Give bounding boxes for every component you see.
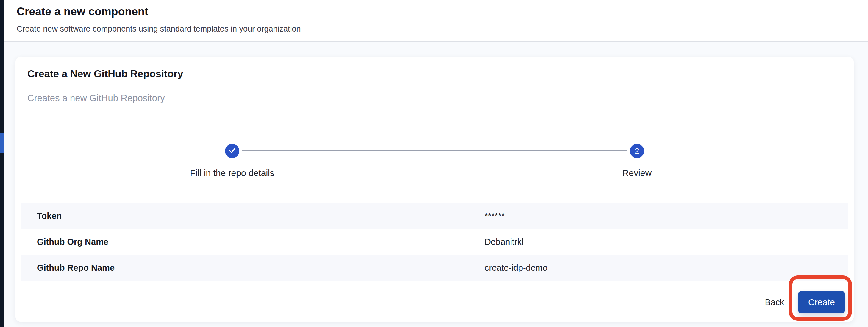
step-2-active-circle: 2 bbox=[630, 144, 644, 158]
field-value-github-org-name: Debanitrkl bbox=[485, 237, 524, 247]
table-row-github-org-name: Github Org Name Debanitrkl bbox=[22, 229, 848, 255]
step-2-number: 2 bbox=[634, 147, 639, 156]
table-row-github-repo-name: Github Repo Name create-idp-demo bbox=[22, 255, 848, 281]
field-value-github-repo-name: create-idp-demo bbox=[485, 263, 548, 273]
field-label-github-org-name: Github Org Name bbox=[22, 237, 108, 247]
review-table: Token ****** Github Org Name Debanitrkl … bbox=[22, 203, 848, 281]
template-description: Creates a new GitHub Repository bbox=[27, 93, 165, 103]
field-label-token: Token bbox=[22, 211, 62, 221]
screen: Create a new component Create new softwa… bbox=[0, 0, 868, 327]
step-1-label: Fill in the repo details bbox=[167, 168, 298, 178]
field-value-token: ****** bbox=[485, 211, 505, 221]
sidebar-active-indicator bbox=[0, 133, 4, 153]
stepper-connector-line bbox=[242, 150, 627, 151]
check-icon bbox=[228, 146, 236, 156]
template-title: Create a New GitHub Repository bbox=[27, 68, 183, 80]
back-button[interactable]: Back bbox=[754, 295, 795, 309]
step-1-completed-circle bbox=[225, 144, 239, 158]
page-subtitle: Create new software components using sta… bbox=[17, 24, 301, 34]
field-label-github-repo-name: Github Repo Name bbox=[22, 263, 115, 273]
table-row-token: Token ****** bbox=[22, 203, 848, 229]
page-title: Create a new component bbox=[17, 5, 148, 18]
scaffolder-card: Create a New GitHub Repository Creates a… bbox=[16, 57, 854, 322]
step-2-label: Review bbox=[571, 168, 703, 178]
page-header: Create a new component Create new softwa… bbox=[4, 0, 868, 42]
collapsed-sidebar[interactable] bbox=[0, 0, 4, 327]
create-button[interactable]: Create bbox=[798, 291, 845, 313]
